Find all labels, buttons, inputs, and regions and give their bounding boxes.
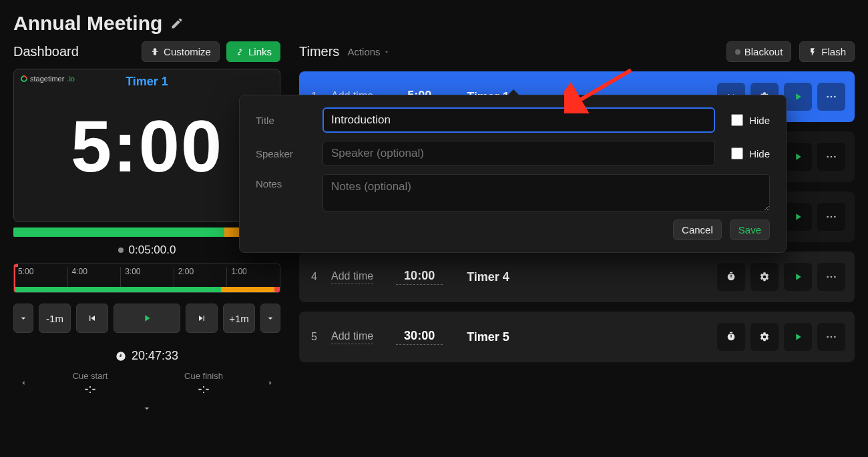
cue-finish-label: Cue finish [147, 371, 260, 381]
blackout-dot-icon [735, 49, 740, 55]
timeline[interactable]: 5:004:003:002:001:00 [13, 264, 280, 293]
cue-expand-button[interactable] [13, 403, 280, 416]
timers-section-title: Timers [299, 44, 339, 59]
popover-speaker-hide[interactable]: Hide [728, 145, 770, 161]
cue-start-value: -:- [33, 382, 147, 396]
cue-prev-button[interactable] [13, 378, 33, 390]
edit-title-icon[interactable] [170, 17, 184, 30]
cue-start: Cue start -:- [33, 371, 147, 396]
record-dot-icon [118, 248, 124, 253]
timer-row-add-time[interactable]: Add time [331, 330, 373, 344]
timer-row-settings-button[interactable] [750, 263, 779, 291]
popover-title-hide[interactable]: Hide [728, 112, 770, 128]
timer-row-settings-button[interactable] [750, 323, 779, 351]
popover-speaker-hide-label: Hide [749, 148, 770, 159]
popover-speaker-label: Speaker [256, 148, 309, 159]
popover-save-button[interactable]: Save [730, 219, 770, 240]
links-button-label: Links [248, 46, 272, 57]
popover-notes-label: Notes [256, 174, 309, 189]
popover-cancel-button[interactable]: Cancel [673, 219, 722, 240]
timer-row-more-button[interactable] [817, 143, 845, 171]
blackout-button[interactable]: Blackout [726, 41, 792, 62]
cue-start-label: Cue start [33, 371, 147, 381]
timer-row-name[interactable]: Timer 5 [467, 330, 509, 344]
minus-1m-button[interactable]: -1m [39, 304, 71, 333]
minus-1m-menu[interactable] [13, 304, 33, 333]
timer-row-index: 5 [311, 331, 323, 343]
links-button[interactable]: Links [226, 41, 280, 62]
timer-row-play-button[interactable] [784, 203, 812, 231]
cue-next-button[interactable] [260, 378, 280, 390]
timer-row-stopwatch-button[interactable] [717, 263, 745, 291]
timer-row-more-button[interactable] [817, 83, 845, 111]
timer-row-buttons [717, 323, 845, 351]
timer-row-buttons [717, 263, 845, 291]
popover-notes-textarea[interactable] [322, 174, 770, 211]
timer-row-add-time[interactable]: Add time [331, 270, 373, 284]
timers-actions-label: Actions [347, 46, 380, 57]
timeline-cursor[interactable] [14, 264, 15, 292]
flash-button-label: Flash [821, 46, 846, 57]
play-button[interactable] [114, 304, 180, 333]
cue-section: 20:47:33 Cue start -:- Cue finish -:- [13, 349, 280, 416]
skip-prev-button[interactable] [76, 304, 108, 333]
timer-row[interactable]: 4Add time10:00Timer 4 [299, 252, 855, 302]
plus-1m-menu[interactable] [260, 304, 280, 333]
timer-row-more-button[interactable] [817, 203, 845, 231]
timer-row-more-button[interactable] [817, 323, 845, 351]
popover-title-hide-checkbox[interactable] [731, 114, 743, 126]
flash-button[interactable]: Flash [799, 41, 855, 62]
plus-1m-button[interactable]: +1m [223, 304, 255, 333]
cue-finish-value: -:- [147, 382, 260, 396]
popover-title-input[interactable] [322, 107, 715, 133]
clock-icon [116, 351, 126, 362]
popover-speaker-input[interactable] [322, 141, 715, 166]
skip-next-button[interactable] [186, 304, 218, 333]
customize-button-label: Customize [164, 46, 211, 57]
timer-row-buttons [784, 143, 845, 171]
flash-icon [808, 47, 817, 57]
timer-row-play-button[interactable] [784, 323, 812, 351]
timer-row-index: 4 [311, 271, 323, 283]
timer-row-duration[interactable]: 30:00 [396, 329, 443, 345]
elapsed-time: 0:05:00.0 [129, 244, 176, 257]
timer-row[interactable]: 5Add time30:00Timer 5 [299, 312, 855, 362]
popover-title-hide-label: Hide [749, 115, 770, 126]
timer-row-play-button[interactable] [784, 143, 812, 171]
timer-row-play-button[interactable] [784, 263, 812, 291]
timer-row-buttons [784, 203, 845, 231]
transport-controls: -1m +1m [13, 304, 280, 333]
page-title: Annual Meeting [13, 12, 162, 35]
timer-row-name[interactable]: Timer 4 [467, 270, 509, 284]
timer-row-duration[interactable]: 10:00 [396, 269, 443, 285]
popover-speaker-hide-checkbox[interactable] [731, 147, 743, 159]
customize-button[interactable]: Customize [142, 41, 220, 62]
timer-edit-popover: Title Hide Speaker Hide Notes [239, 95, 787, 253]
cue-finish: Cue finish -:- [147, 371, 260, 396]
timer-row-play-button[interactable] [784, 83, 812, 111]
timers-actions-menu[interactable]: Actions [347, 46, 389, 57]
clock-now: 20:47:33 [132, 349, 178, 363]
blackout-button-label: Blackout [744, 46, 783, 57]
timer-row-stopwatch-button[interactable] [717, 323, 745, 351]
timer-row-more-button[interactable] [817, 263, 845, 291]
dashboard-label: Dashboard [13, 44, 135, 59]
popover-title-label: Title [256, 115, 309, 126]
